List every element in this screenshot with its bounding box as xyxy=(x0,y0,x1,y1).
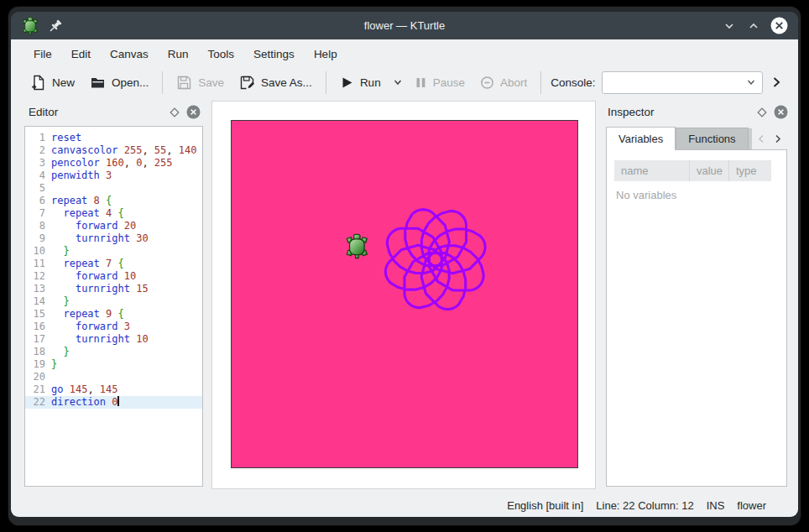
line-number: 3 xyxy=(25,157,51,170)
variables-table-header: name value type xyxy=(614,160,771,181)
inspector-close-button[interactable] xyxy=(771,103,790,122)
turtle-canvas xyxy=(231,120,578,468)
line-number: 10 xyxy=(25,245,51,258)
console-combobox[interactable] xyxy=(602,71,763,94)
line-number: 5 xyxy=(25,182,51,195)
menu-run[interactable]: Run xyxy=(164,44,192,64)
save-as-button[interactable]: Save As... xyxy=(232,70,320,95)
line-number: 14 xyxy=(25,295,51,308)
variables-panel: name value type No variables xyxy=(606,149,787,487)
code-text: forward 3 xyxy=(51,321,130,333)
line-number: 13 xyxy=(25,283,51,295)
code-editor[interactable]: 1reset2canvascolor 255, 55, 1403pencolor… xyxy=(24,126,203,487)
code-text: repeat 4 { xyxy=(51,207,124,220)
code-text: reset xyxy=(51,132,81,144)
editor-close-button[interactable] xyxy=(184,103,202,122)
run-button[interactable]: Run xyxy=(332,71,389,94)
canvas-dock xyxy=(211,101,596,489)
editor-line: 9 turnright 30 xyxy=(25,232,202,245)
menubar: FileEditCanvasRunToolsSettingsHelp xyxy=(30,42,341,65)
status-filename: flower xyxy=(737,499,766,512)
save-as-icon xyxy=(239,75,255,91)
titlebar[interactable]: flower — KTurtle xyxy=(11,12,798,39)
inspector-float-button[interactable] xyxy=(753,103,771,122)
menu-help[interactable]: Help xyxy=(311,44,341,64)
save-button[interactable]: Save xyxy=(169,70,232,95)
code-text: } xyxy=(51,245,70,258)
menu-file[interactable]: File xyxy=(30,44,55,64)
menu-tools[interactable]: Tools xyxy=(205,44,238,64)
toolbar-separator xyxy=(326,71,326,94)
line-number: 9 xyxy=(25,232,51,245)
code-text: } xyxy=(51,346,70,358)
code-text: pencolor 160, 0, 255 xyxy=(51,157,173,170)
open-button[interactable]: Open... xyxy=(82,70,156,95)
save-icon xyxy=(176,75,192,91)
console-input[interactable] xyxy=(587,76,745,89)
editor-dock-title: Editor xyxy=(29,106,165,118)
save-button-label: Save xyxy=(198,76,224,89)
statusbar: English [built in] Line: 22 Column: 12 I… xyxy=(11,494,798,517)
kturtle-window: flower — KTurtle FileEditCanvasR xyxy=(8,7,801,525)
line-number: 19 xyxy=(25,358,51,371)
code-text: go 145, 145 xyxy=(51,383,118,396)
run-play-icon xyxy=(340,76,354,90)
code-text: forward 10 xyxy=(51,270,136,283)
editor-line: 22direction 0 xyxy=(25,396,202,409)
editor-line: 14 } xyxy=(25,295,202,308)
code-text: repeat 9 { xyxy=(51,308,124,321)
pin-icon[interactable] xyxy=(48,18,63,34)
variables-table: name value type xyxy=(614,160,771,181)
line-number: 15 xyxy=(25,308,51,321)
inspector-dock-title: Inspector xyxy=(608,106,753,118)
editor-line: 10 } xyxy=(25,245,202,258)
editor-line: 8 forward 20 xyxy=(25,220,202,232)
minimize-button[interactable] xyxy=(722,18,737,34)
main-toolbar: New Open... xyxy=(11,65,798,99)
line-number: 22 xyxy=(25,396,51,409)
desktop: flower — KTurtle FileEditCanvasR xyxy=(0,0,809,532)
open-folder-icon xyxy=(90,75,106,91)
status-insert-mode: INS xyxy=(707,499,725,512)
run-speed-dropdown[interactable] xyxy=(389,72,407,92)
line-number: 17 xyxy=(25,333,51,346)
no-variables-text: No variables xyxy=(616,189,786,201)
editor-float-button[interactable] xyxy=(165,103,184,122)
toolbar-overflow-button[interactable] xyxy=(766,72,786,92)
titlebar-buttons xyxy=(687,17,788,34)
save-as-button-label: Save As... xyxy=(261,76,312,89)
menu-settings[interactable]: Settings xyxy=(250,44,298,64)
column-header-name[interactable]: name xyxy=(614,160,690,181)
flower-drawing xyxy=(385,210,485,310)
code-text: turnright 10 xyxy=(51,333,149,346)
abort-button[interactable]: Abort xyxy=(472,71,535,94)
window-body: FileEditCanvasRunToolsSettingsHelp New xyxy=(11,39,798,517)
tab-variables[interactable]: Variables xyxy=(606,127,676,150)
close-button[interactable] xyxy=(770,17,788,34)
tab-scroll-right-icon[interactable] xyxy=(773,134,782,143)
column-header-type[interactable]: type xyxy=(729,160,771,181)
code-text: } xyxy=(51,295,70,308)
menu-canvas[interactable]: Canvas xyxy=(107,44,152,64)
editor-line: 6repeat 8 { xyxy=(25,195,202,207)
editor-dock: Editor 1reset2canvascolor 255, 55, 1403p… xyxy=(21,101,206,489)
app-turtle-icon xyxy=(21,17,39,35)
new-button[interactable]: New xyxy=(23,70,82,95)
chevron-down-icon xyxy=(392,76,404,88)
editor-line: 21go 145, 145 xyxy=(25,383,202,396)
menu-edit[interactable]: Edit xyxy=(68,44,94,64)
toolbar-separator xyxy=(162,71,163,94)
inspector-dock: Inspector Variables Functions xyxy=(600,101,793,489)
line-number: 8 xyxy=(25,220,51,232)
tab-scroll-left-icon[interactable] xyxy=(757,134,766,143)
editor-dock-header: Editor xyxy=(21,101,206,123)
code-text: forward 20 xyxy=(51,220,136,232)
tab-functions[interactable]: Functions xyxy=(676,128,748,150)
column-header-value[interactable]: value xyxy=(690,160,729,181)
code-text: direction 0 xyxy=(51,396,119,409)
editor-line: 13 turnright 15 xyxy=(25,283,202,295)
toolbar-separator xyxy=(540,71,541,94)
maximize-button[interactable] xyxy=(746,18,761,34)
pause-button[interactable]: Pause xyxy=(407,72,472,93)
open-button-label: Open... xyxy=(112,76,149,89)
